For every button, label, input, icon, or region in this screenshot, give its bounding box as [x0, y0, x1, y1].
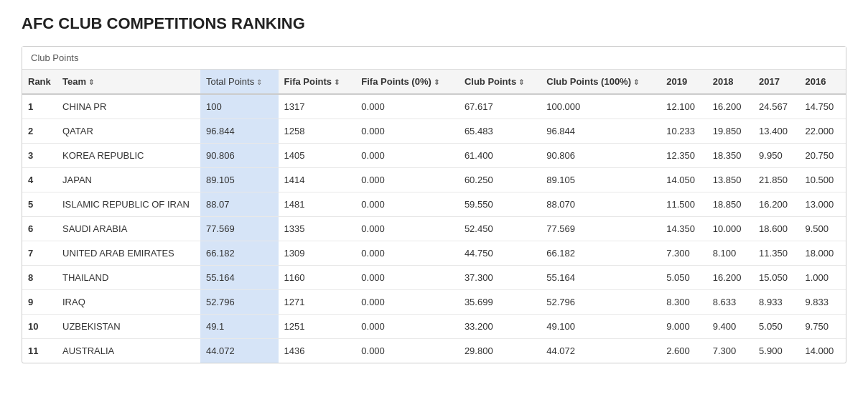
cell-rank: 1 [22, 94, 57, 119]
cell-y2018: 18.350 [707, 144, 753, 168]
cell-y2019: 10.233 [661, 119, 706, 144]
cell-club_points: 59.550 [459, 192, 541, 217]
cell-y2016: 9.833 [800, 290, 846, 315]
cell-y2018: 9.400 [707, 315, 753, 339]
cell-rank: 5 [22, 192, 57, 217]
cell-fifa_points: 1160 [279, 266, 356, 290]
table-row: 8THAILAND55.16411600.00037.30055.1645.05… [22, 266, 846, 290]
cell-y2019: 12.350 [661, 144, 706, 168]
table-row: 9IRAQ52.79612710.00035.69952.7968.3008.6… [22, 290, 846, 315]
cell-y2017: 16.200 [753, 192, 799, 217]
cell-rank: 7 [22, 241, 57, 266]
cell-club_points: 33.200 [459, 315, 541, 339]
cell-y2019: 5.050 [661, 266, 706, 290]
cell-y2016: 22.000 [800, 119, 846, 144]
cell-fifa_points: 1436 [279, 339, 356, 363]
cell-club_points_100: 44.072 [541, 339, 661, 363]
cell-fifa_points_0: 0.000 [355, 315, 459, 339]
cell-y2016: 9.750 [800, 315, 846, 339]
cell-fifa_points: 1309 [279, 241, 356, 266]
table-row: 1CHINA PR10013170.00067.617100.00012.100… [22, 94, 846, 119]
table-label: Club Points [22, 47, 846, 70]
col-club-points-100[interactable]: Club Points (100%) [541, 70, 661, 94]
cell-team: ISLAMIC REPUBLIC OF IRAN [57, 192, 200, 217]
cell-club_points_100: 89.105 [541, 168, 661, 192]
cell-club_points: 67.617 [459, 94, 541, 119]
cell-team: JAPAN [57, 168, 200, 192]
cell-rank: 10 [22, 315, 57, 339]
cell-y2018: 8.633 [707, 290, 753, 315]
cell-team: SAUDI ARABIA [57, 217, 200, 241]
cell-rank: 8 [22, 266, 57, 290]
cell-y2016: 20.750 [800, 144, 846, 168]
cell-fifa_points_0: 0.000 [355, 241, 459, 266]
cell-y2017: 9.950 [753, 144, 799, 168]
cell-club_points: 29.800 [459, 339, 541, 363]
cell-y2017: 11.350 [753, 241, 799, 266]
cell-club_points_100: 52.796 [541, 290, 661, 315]
cell-y2018: 16.200 [707, 266, 753, 290]
cell-club_points: 60.250 [459, 168, 541, 192]
cell-club_points_100: 49.100 [541, 315, 661, 339]
cell-fifa_points_0: 0.000 [355, 119, 459, 144]
cell-total_points: 90.806 [200, 144, 279, 168]
cell-y2018: 10.000 [707, 217, 753, 241]
cell-y2019: 11.500 [661, 192, 706, 217]
cell-y2019: 9.000 [661, 315, 706, 339]
cell-y2017: 13.400 [753, 119, 799, 144]
table-row: 11AUSTRALIA44.07214360.00029.80044.0722.… [22, 339, 846, 363]
cell-fifa_points: 1405 [279, 144, 356, 168]
col-fifa-points-0[interactable]: Fifa Points (0%) [355, 70, 459, 94]
cell-y2018: 8.100 [707, 241, 753, 266]
cell-team: AUSTRALIA [57, 339, 200, 363]
cell-y2019: 12.100 [661, 94, 706, 119]
cell-club_points: 44.750 [459, 241, 541, 266]
table-header-row: Rank Team Total Points Fifa Points Fifa … [22, 70, 846, 94]
cell-total_points: 96.844 [200, 119, 279, 144]
cell-fifa_points: 1317 [279, 94, 356, 119]
col-2017: 2017 [753, 70, 799, 94]
cell-total_points: 52.796 [200, 290, 279, 315]
col-total-points[interactable]: Total Points [200, 70, 279, 94]
cell-y2016: 10.500 [800, 168, 846, 192]
cell-fifa_points_0: 0.000 [355, 339, 459, 363]
cell-total_points: 77.569 [200, 217, 279, 241]
cell-fifa_points_0: 0.000 [355, 266, 459, 290]
col-team[interactable]: Team [57, 70, 200, 94]
table-container: Club Points Rank Team Total Points Fifa … [22, 46, 846, 363]
cell-total_points: 89.105 [200, 168, 279, 192]
cell-total_points: 88.07 [200, 192, 279, 217]
cell-total_points: 66.182 [200, 241, 279, 266]
table-row: 7UNITED ARAB EMIRATES66.18213090.00044.7… [22, 241, 846, 266]
cell-fifa_points_0: 0.000 [355, 217, 459, 241]
cell-club_points: 61.400 [459, 144, 541, 168]
cell-club_points_100: 96.844 [541, 119, 661, 144]
page-wrapper: AFC CLUB COMPETITIONS RANKING Club Point… [0, 0, 868, 378]
cell-y2019: 14.050 [661, 168, 706, 192]
cell-team: THAILAND [57, 266, 200, 290]
col-2019: 2019 [661, 70, 706, 94]
cell-fifa_points_0: 0.000 [355, 192, 459, 217]
cell-rank: 6 [22, 217, 57, 241]
col-fifa-points[interactable]: Fifa Points [279, 70, 356, 94]
col-club-points[interactable]: Club Points [459, 70, 541, 94]
cell-y2017: 21.850 [753, 168, 799, 192]
cell-y2019: 7.300 [661, 241, 706, 266]
table-row: 2QATAR96.84412580.00065.48396.84410.2331… [22, 119, 846, 144]
cell-rank: 2 [22, 119, 57, 144]
cell-team: QATAR [57, 119, 200, 144]
cell-fifa_points: 1271 [279, 290, 356, 315]
cell-fifa_points: 1414 [279, 168, 356, 192]
cell-y2019: 2.600 [661, 339, 706, 363]
cell-y2018: 13.850 [707, 168, 753, 192]
cell-total_points: 100 [200, 94, 279, 119]
cell-team: UZBEKISTAN [57, 315, 200, 339]
cell-y2019: 8.300 [661, 290, 706, 315]
table-row: 5ISLAMIC REPUBLIC OF IRAN88.0714810.0005… [22, 192, 846, 217]
cell-club_points_100: 55.164 [541, 266, 661, 290]
cell-fifa_points: 1335 [279, 217, 356, 241]
table-row: 4JAPAN89.10514140.00060.25089.10514.0501… [22, 168, 846, 192]
col-rank: Rank [22, 70, 57, 94]
cell-club_points_100: 77.569 [541, 217, 661, 241]
cell-y2016: 14.000 [800, 339, 846, 363]
